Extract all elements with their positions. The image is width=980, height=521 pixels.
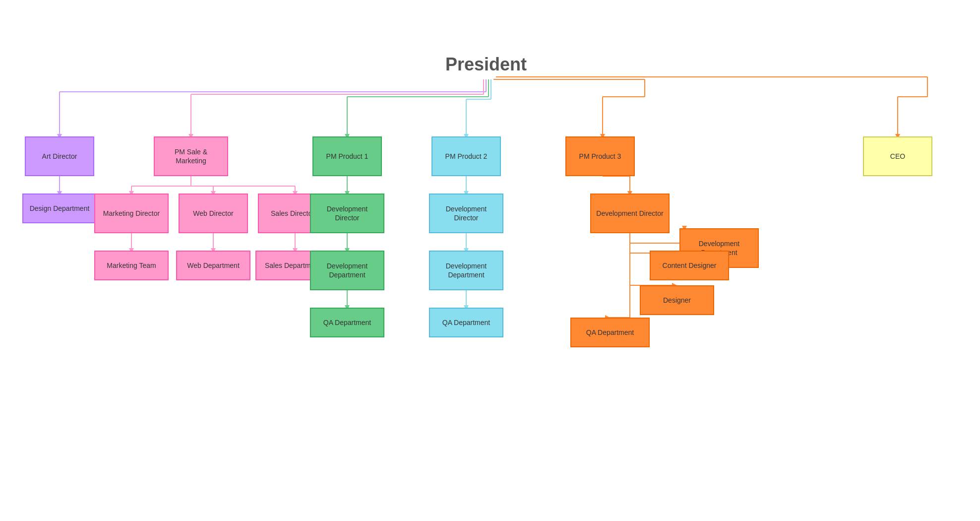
pm-product3-label: PM Product 3 [579,152,621,161]
pm-product3-node: PM Product 3 [565,136,635,176]
marketing-director-label: Marketing Director [103,209,160,218]
qa-dept-3-node: QA Department [570,318,650,347]
designer-label: Designer [663,296,691,305]
qa-dept-2-node: QA Department [429,308,503,337]
pm-sale-marketing-node: PM Sale & Marketing [154,136,228,176]
qa-dept-2-label: QA Department [442,318,490,327]
marketing-director-node: Marketing Director [94,194,169,233]
web-director-node: Web Director [179,194,248,233]
qa-dept-1-label: QA Department [323,318,371,327]
qa-dept-1-node: QA Department [310,308,384,337]
dev-director-1-label: Development Director [315,204,379,222]
art-director-label: Art Director [42,152,77,161]
dev-director-1-node: Development Director [310,194,384,233]
dev-director-3-node: Development Director [590,194,670,233]
content-designer-label: Content Designer [663,261,717,270]
dev-director-2-label: Development Director [434,204,498,222]
ceo-label: CEO [890,152,905,161]
pm-product1-node: PM Product 1 [312,136,382,176]
qa-dept-3-label: QA Department [586,328,634,337]
marketing-team-label: Marketing Team [107,261,156,270]
content-designer-node: Content Designer [650,251,729,280]
dev-dept-2-label: Development Department [434,261,498,279]
web-director-label: Web Director [193,209,233,218]
dev-dept-1-node: Development Department [310,251,384,290]
design-dept-node: Design Department [22,194,97,223]
marketing-team-node: Marketing Team [94,251,169,280]
pm-product2-node: PM Product 2 [431,136,501,176]
ceo-node: CEO [863,136,932,176]
org-chart: President Art Director Design Department… [0,0,980,521]
art-director-node: Art Director [25,136,94,176]
web-dept-node: Web Department [176,251,250,280]
dev-director-3-label: Development Director [596,209,663,218]
designer-node: Designer [640,285,714,315]
pm-sale-marketing-label: PM Sale & Marketing [159,147,223,165]
pm-product1-label: PM Product 1 [326,152,368,161]
design-dept-label: Design Department [30,204,90,213]
sales-director-label: Sales Director [271,209,314,218]
dev-director-2-node: Development Director [429,194,503,233]
dev-dept-1-label: Development Department [315,261,379,279]
dev-dept-2-node: Development Department [429,251,503,290]
pm-product2-label: PM Product 2 [445,152,488,161]
president-label: President [445,53,527,76]
president-node: President [446,50,526,79]
web-dept-label: Web Department [187,261,240,270]
